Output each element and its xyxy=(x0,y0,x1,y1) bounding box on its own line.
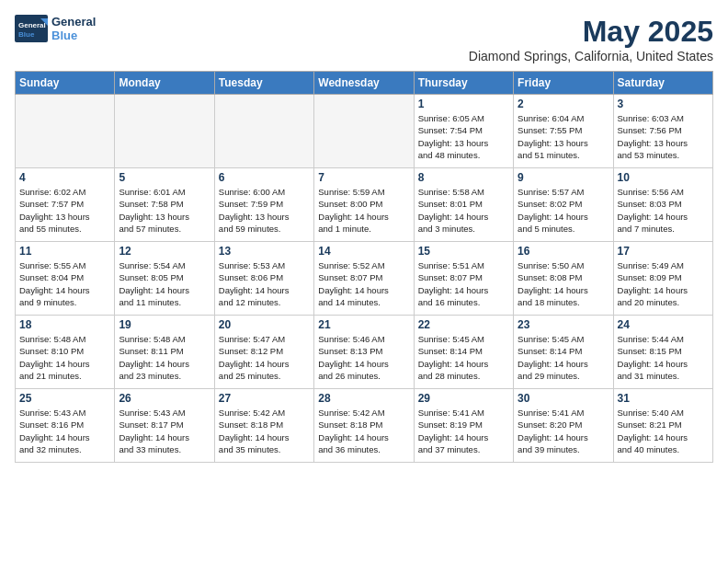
day-info: Sunrise: 5:40 AMSunset: 8:21 PMDaylight:… xyxy=(618,407,709,455)
page-header: General Blue General Blue May 2025 Diamo… xyxy=(15,15,713,63)
calendar-cell: 12Sunrise: 5:54 AMSunset: 8:05 PMDayligh… xyxy=(115,242,214,316)
day-number: 1 xyxy=(418,98,509,110)
day-number: 5 xyxy=(119,171,210,184)
calendar-cell: 13Sunrise: 5:53 AMSunset: 8:06 PMDayligh… xyxy=(214,242,313,316)
calendar-cell: 6Sunrise: 6:00 AMSunset: 7:59 PMDaylight… xyxy=(214,168,313,242)
day-header-thursday: Thursday xyxy=(414,72,513,95)
day-info: Sunrise: 5:55 AMSunset: 8:04 PMDaylight:… xyxy=(19,259,110,308)
week-row-5: 25Sunrise: 5:43 AMSunset: 8:16 PMDayligh… xyxy=(16,389,713,463)
day-header-friday: Friday xyxy=(514,72,613,95)
calendar-cell: 17Sunrise: 5:49 AMSunset: 8:09 PMDayligh… xyxy=(613,242,712,316)
day-number: 2 xyxy=(518,98,609,110)
logo-icon: General Blue xyxy=(15,15,48,42)
day-number: 25 xyxy=(19,392,110,405)
calendar-cell: 7Sunrise: 5:59 AMSunset: 8:00 PMDaylight… xyxy=(314,168,414,242)
day-info: Sunrise: 6:02 AMSunset: 7:57 PMDaylight:… xyxy=(19,186,110,235)
day-info: Sunrise: 5:56 AMSunset: 8:03 PMDaylight:… xyxy=(618,186,709,235)
day-info: Sunrise: 6:00 AMSunset: 7:59 PMDaylight:… xyxy=(219,186,310,235)
calendar-cell: 16Sunrise: 5:50 AMSunset: 8:08 PMDayligh… xyxy=(514,242,613,316)
day-info: Sunrise: 6:05 AMSunset: 7:54 PMDaylight:… xyxy=(418,112,509,161)
day-info: Sunrise: 6:03 AMSunset: 7:56 PMDaylight:… xyxy=(618,112,709,161)
day-number: 28 xyxy=(318,392,409,405)
day-info: Sunrise: 6:04 AMSunset: 7:55 PMDaylight:… xyxy=(518,112,609,161)
day-number: 13 xyxy=(219,245,310,258)
calendar-cell: 3Sunrise: 6:03 AMSunset: 7:56 PMDaylight… xyxy=(613,95,712,168)
day-header-sunday: Sunday xyxy=(16,72,115,95)
day-number: 4 xyxy=(19,171,110,184)
day-info: Sunrise: 5:58 AMSunset: 8:01 PMDaylight:… xyxy=(418,186,509,235)
calendar-cell xyxy=(16,95,115,168)
day-header-tuesday: Tuesday xyxy=(214,72,313,95)
day-info: Sunrise: 5:50 AMSunset: 8:08 PMDaylight:… xyxy=(518,259,609,308)
day-info: Sunrise: 5:46 AMSunset: 8:13 PMDaylight:… xyxy=(318,333,409,382)
day-info: Sunrise: 5:48 AMSunset: 8:10 PMDaylight:… xyxy=(19,333,110,382)
day-number: 30 xyxy=(518,392,609,405)
svg-text:Blue: Blue xyxy=(18,30,35,39)
day-number: 17 xyxy=(618,245,709,258)
day-info: Sunrise: 5:41 AMSunset: 8:19 PMDaylight:… xyxy=(418,407,509,455)
day-number: 22 xyxy=(418,318,509,331)
calendar-cell: 2Sunrise: 6:04 AMSunset: 7:55 PMDaylight… xyxy=(514,95,613,168)
location-title: Diamond Springs, California, United Stat… xyxy=(469,49,713,63)
calendar-table: SundayMondayTuesdayWednesdayThursdayFrid… xyxy=(15,71,713,463)
calendar-cell: 11Sunrise: 5:55 AMSunset: 8:04 PMDayligh… xyxy=(16,242,115,316)
logo-blue-text: Blue xyxy=(51,29,96,42)
day-number: 26 xyxy=(119,392,210,405)
header-row: SundayMondayTuesdayWednesdayThursdayFrid… xyxy=(16,72,713,95)
calendar-cell xyxy=(115,95,214,168)
calendar-cell: 10Sunrise: 5:56 AMSunset: 8:03 PMDayligh… xyxy=(613,168,712,242)
calendar-cell: 21Sunrise: 5:46 AMSunset: 8:13 PMDayligh… xyxy=(314,316,414,389)
day-info: Sunrise: 5:57 AMSunset: 8:02 PMDaylight:… xyxy=(518,186,609,235)
day-number: 31 xyxy=(618,392,709,405)
day-number: 15 xyxy=(418,245,509,258)
calendar-cell: 23Sunrise: 5:45 AMSunset: 8:14 PMDayligh… xyxy=(514,316,613,389)
day-number: 14 xyxy=(318,245,409,258)
calendar-cell: 15Sunrise: 5:51 AMSunset: 8:07 PMDayligh… xyxy=(414,242,513,316)
day-info: Sunrise: 5:54 AMSunset: 8:05 PMDaylight:… xyxy=(119,259,210,308)
day-number: 18 xyxy=(19,318,110,331)
day-info: Sunrise: 5:44 AMSunset: 8:15 PMDaylight:… xyxy=(618,333,709,382)
calendar-cell: 4Sunrise: 6:02 AMSunset: 7:57 PMDaylight… xyxy=(16,168,115,242)
day-number: 12 xyxy=(119,245,210,258)
day-number: 3 xyxy=(618,98,709,110)
calendar-cell: 20Sunrise: 5:47 AMSunset: 8:12 PMDayligh… xyxy=(214,316,313,389)
day-info: Sunrise: 5:45 AMSunset: 8:14 PMDaylight:… xyxy=(418,333,509,382)
day-number: 8 xyxy=(418,171,509,184)
calendar-cell: 29Sunrise: 5:41 AMSunset: 8:19 PMDayligh… xyxy=(414,389,513,463)
day-info: Sunrise: 5:52 AMSunset: 8:07 PMDaylight:… xyxy=(318,259,409,308)
day-info: Sunrise: 5:43 AMSunset: 8:16 PMDaylight:… xyxy=(19,407,110,455)
day-number: 19 xyxy=(119,318,210,331)
day-info: Sunrise: 5:42 AMSunset: 8:18 PMDaylight:… xyxy=(318,407,409,455)
day-header-saturday: Saturday xyxy=(613,72,712,95)
day-header-monday: Monday xyxy=(115,72,214,95)
calendar-cell: 8Sunrise: 5:58 AMSunset: 8:01 PMDaylight… xyxy=(414,168,513,242)
calendar-cell: 28Sunrise: 5:42 AMSunset: 8:18 PMDayligh… xyxy=(314,389,414,463)
day-number: 11 xyxy=(19,245,110,258)
day-info: Sunrise: 5:59 AMSunset: 8:00 PMDaylight:… xyxy=(318,186,409,235)
calendar-cell: 19Sunrise: 5:48 AMSunset: 8:11 PMDayligh… xyxy=(115,316,214,389)
calendar-cell: 1Sunrise: 6:05 AMSunset: 7:54 PMDaylight… xyxy=(414,95,513,168)
day-info: Sunrise: 5:53 AMSunset: 8:06 PMDaylight:… xyxy=(219,259,310,308)
day-number: 6 xyxy=(219,171,310,184)
calendar-cell: 18Sunrise: 5:48 AMSunset: 8:10 PMDayligh… xyxy=(16,316,115,389)
week-row-3: 11Sunrise: 5:55 AMSunset: 8:04 PMDayligh… xyxy=(16,242,713,316)
day-number: 20 xyxy=(219,318,310,331)
day-info: Sunrise: 5:41 AMSunset: 8:20 PMDaylight:… xyxy=(518,407,609,455)
day-info: Sunrise: 6:01 AMSunset: 7:58 PMDaylight:… xyxy=(119,186,210,235)
day-number: 7 xyxy=(318,171,409,184)
calendar-cell xyxy=(314,95,414,168)
day-info: Sunrise: 5:45 AMSunset: 8:14 PMDaylight:… xyxy=(518,333,609,382)
svg-text:General: General xyxy=(18,21,46,29)
calendar-cell: 24Sunrise: 5:44 AMSunset: 8:15 PMDayligh… xyxy=(613,316,712,389)
week-row-1: 1Sunrise: 6:05 AMSunset: 7:54 PMDaylight… xyxy=(16,95,713,168)
day-header-wednesday: Wednesday xyxy=(314,72,414,95)
month-title: May 2025 xyxy=(469,15,713,49)
logo: General Blue General Blue xyxy=(15,15,96,42)
week-row-2: 4Sunrise: 6:02 AMSunset: 7:57 PMDaylight… xyxy=(16,168,713,242)
day-info: Sunrise: 5:49 AMSunset: 8:09 PMDaylight:… xyxy=(618,259,709,308)
day-number: 21 xyxy=(318,318,409,331)
calendar-cell: 31Sunrise: 5:40 AMSunset: 8:21 PMDayligh… xyxy=(613,389,712,463)
logo-general-text: General xyxy=(51,15,96,29)
title-block: May 2025 Diamond Springs, California, Un… xyxy=(469,15,713,63)
day-info: Sunrise: 5:42 AMSunset: 8:18 PMDaylight:… xyxy=(219,407,310,455)
